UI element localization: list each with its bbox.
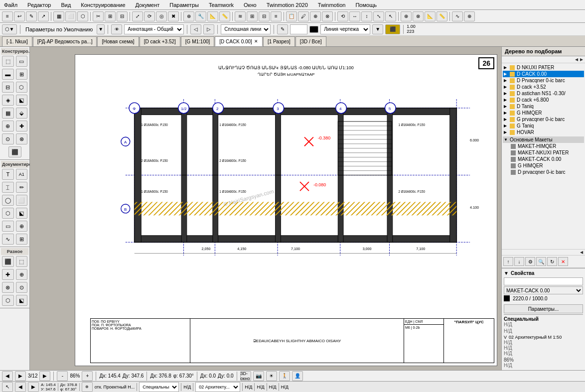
doc-btn-circle[interactable]: ◯: [2, 195, 14, 206]
action-btn-delete[interactable]: ✕: [558, 257, 568, 266]
tree-item-astic[interactable]: ▶ D astichan NS1 -0.30/: [503, 90, 584, 97]
misc-btn-add[interactable]: ✚: [2, 269, 14, 280]
tb-cplus-btn2[interactable]: ⊕: [401, 11, 412, 21]
tb-list-btn[interactable]: ≡: [271, 11, 282, 21]
menu-twinmotion[interactable]: Twinmotion: [316, 1, 348, 9]
tb-undo-btn[interactable]: ⟲: [337, 11, 348, 21]
tb-box-plus[interactable]: ⊞: [247, 11, 258, 21]
tree-item-hovar[interactable]: ▶ HOVAR: [503, 129, 584, 135]
tab-razrez[interactable]: [1 Разрез]: [263, 36, 295, 46]
construct-btn-min[interactable]: ⊟: [2, 82, 14, 93]
menu-document[interactable]: Документ: [134, 1, 162, 9]
tree-bottom-scroll[interactable]: ◀: [580, 250, 583, 255]
tb-sq-btn[interactable]: 📐: [425, 11, 436, 21]
construct-btn-ring[interactable]: ⊙: [2, 133, 14, 144]
misc-btn-dia[interactable]: ⬕: [16, 295, 28, 306]
construct-btn-hex[interactable]: ⬡: [16, 82, 28, 93]
tab-nkux[interactable]: [-1. Nkux]: [2, 36, 32, 46]
props-expand-icon[interactable]: ▼: [504, 270, 509, 276]
tb2-r-btn[interactable]: ▷: [203, 24, 214, 34]
construct-btn-circ[interactable]: ◈: [2, 95, 14, 106]
tab-cack-active[interactable]: [D CACK 0.00] ✕: [215, 36, 263, 46]
tree-item-taniq[interactable]: ▶ D Taniq: [503, 103, 584, 110]
tree-item-prv[interactable]: ▶ D Prvacqner 0-ic barc: [503, 77, 584, 84]
tb-minus-btn[interactable]: ⊟: [117, 11, 128, 21]
tb-zoom-fit[interactable]: ⤢: [132, 11, 143, 21]
tb-cut-btn[interactable]: ✂: [93, 11, 104, 21]
tb-ruler-btn[interactable]: 📏: [219, 11, 230, 21]
tb-nw-btn[interactable]: ↖: [385, 11, 396, 21]
annotation-select[interactable]: Аннотация - Общий: [124, 24, 184, 34]
tb-select-btn[interactable]: ⬜: [65, 11, 76, 21]
bb-p2[interactable]: ▶: [39, 371, 50, 381]
doc-btn-dia2[interactable]: ⬕: [16, 208, 28, 219]
construct-btn-slash[interactable]: ⬙: [16, 108, 28, 119]
misc-btn-plus[interactable]: ⊕: [16, 269, 28, 280]
drawing-sheet[interactable]: 26 ԱՆՋՈՒՂԱՉ ԾՌԱՅ ԱՆՏԱԿ ՅՋՆԱՏ -0.080 ԱՄԵՆ…: [75, 54, 497, 366]
bb2-arch-select[interactable]: 02 Архитекту...: [195, 382, 240, 392]
tb-diag-btn[interactable]: ⤡: [373, 11, 384, 21]
bb2-special-select[interactable]: Специальный: [139, 382, 179, 392]
bb-walk-btn[interactable]: 🚶: [279, 371, 290, 381]
construct-btn-sq[interactable]: ▦: [2, 108, 14, 119]
layer-select[interactable]: Линия чертежа: [320, 24, 370, 34]
params-dropdown-btn[interactable]: ▼: [97, 24, 105, 34]
tb2-l-btn[interactable]: ◁: [190, 24, 201, 34]
tab-g-m1100[interactable]: [G M1:100]: [181, 36, 214, 46]
tb-cross-btn[interactable]: ✖: [168, 11, 179, 21]
doc-btn-wave[interactable]: ∿: [2, 234, 14, 245]
doc-btn-hex2[interactable]: ⬡: [2, 208, 14, 219]
tree-item-d-prv[interactable]: D prvacqner 0-ic barc: [503, 169, 584, 175]
doc-btn-line[interactable]: ⌶: [2, 182, 14, 193]
action-btn-1[interactable]: ↑: [503, 257, 513, 266]
misc-btn-ring[interactable]: ⊙: [16, 282, 28, 293]
props-maket-select[interactable]: MAKET-CACK 0.00: [504, 286, 583, 294]
tb-vert-btn[interactable]: ↕: [361, 11, 372, 21]
bb-left-btn[interactable]: ◀: [2, 371, 13, 381]
construct-btn-grid[interactable]: ⊞: [16, 69, 28, 80]
doc-btn-bar2[interactable]: ▭: [2, 221, 14, 232]
tb-poly-btn[interactable]: ⬡: [77, 11, 88, 21]
menu-view[interactable]: Вид: [59, 1, 73, 9]
tree-scroll-left[interactable]: ◀: [575, 57, 578, 62]
tb-clip-btn[interactable]: 📋: [286, 11, 297, 21]
tb-rul2-btn[interactable]: 📏: [437, 11, 447, 21]
construct-btn-plus[interactable]: ⊕: [2, 121, 14, 131]
tb2-shape-btn[interactable]: ⬡▼: [2, 24, 17, 34]
tree-item-gtaniq[interactable]: ▶ G Taniq: [503, 123, 584, 129]
construct-btn-cross[interactable]: ✚: [16, 121, 28, 131]
construct-btn-wall[interactable]: ⬚: [2, 56, 14, 67]
tb2-color-btn[interactable]: ⬛: [385, 24, 400, 34]
canvas-inner[interactable]: 26 ԱՆՋՈՒՂԱՉ ԾՌԱՅ ԱՆՏԱԿ ՅՋՆԱՏ -0.080 ԱՄԵՆ…: [30, 47, 501, 370]
line-type-select[interactable]: Сплошная линия: [221, 24, 271, 34]
action-btn-4[interactable]: 🔍: [536, 257, 546, 266]
tree-item-g-himqer[interactable]: G HIMQER: [503, 162, 584, 169]
tree-item-maket-nkuxi[interactable]: MAKET-NKUXI PATER: [503, 149, 584, 156]
tb-measure-btn[interactable]: 📐: [207, 11, 218, 21]
bb2-snap-btn[interactable]: ⊕: [82, 382, 93, 392]
bb-zoom-in[interactable]: +: [82, 371, 93, 381]
bb-zoom-out[interactable]: -: [57, 371, 68, 381]
tree-item-gprv[interactable]: ▶ G prvacqner 0-ic barc: [503, 116, 584, 123]
menu-twinmotion2020[interactable]: Twinmotion 2020: [265, 1, 310, 9]
tree-item-maket-cack[interactable]: MAKET-CACK 0.00: [503, 156, 584, 162]
tree-item-himqer[interactable]: ▶ G HIMQER: [503, 110, 584, 116]
tb-wave-btn[interactable]: ∿: [452, 11, 463, 21]
tree-item-maket-himqer[interactable]: MAKET-HIMQER: [503, 143, 584, 149]
doc-btn-grid2[interactable]: ⊞: [16, 234, 28, 245]
menu-help[interactable]: Помощь: [353, 1, 379, 9]
tb-lines-btn[interactable]: ≋: [235, 11, 246, 21]
bb-3d-btn[interactable]: 3D-окно: [240, 371, 251, 381]
doc-btn-pen[interactable]: ✏: [16, 182, 28, 193]
construct-btn-bar[interactable]: ▬: [2, 69, 14, 80]
doc-btn-a1[interactable]: A1: [16, 169, 28, 180]
tb-grid-btn[interactable]: ▦: [53, 11, 64, 21]
tb-edit-btn[interactable]: ✎: [26, 11, 37, 21]
action-btn-2[interactable]: ↓: [514, 257, 524, 266]
tb-arrow-btn[interactable]: ↗: [38, 11, 49, 21]
menu-teamwork[interactable]: Teamwork: [207, 1, 236, 9]
doc-btn-add2[interactable]: ⊕: [16, 221, 28, 232]
construct-btn-rect[interactable]: ▭: [16, 56, 28, 67]
action-btn-5[interactable]: ↻: [547, 257, 557, 266]
bb2-left-btn[interactable]: ◀: [15, 382, 26, 392]
